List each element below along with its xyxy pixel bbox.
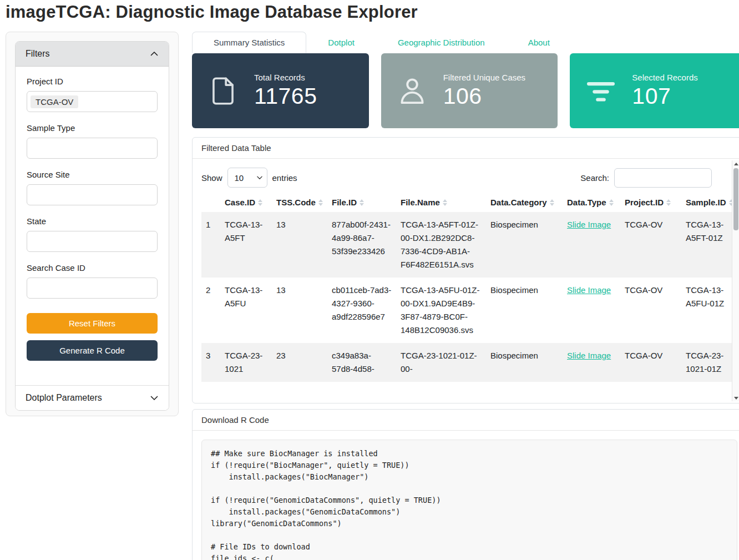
r-code-block: ## Make sure BiocManager is installed if… [201, 440, 737, 560]
file-icon [192, 74, 254, 108]
cell-sample-id: TCGA-13-A5FT-01Z [681, 212, 739, 278]
cell-tss-code: 23 [272, 343, 327, 382]
project-id-label: Project ID [27, 77, 158, 86]
slide-image-link[interactable]: Slide Image [567, 220, 611, 229]
sort-icon [360, 199, 364, 206]
row-index: 1 [201, 212, 220, 278]
slide-image-link[interactable]: Slide Image [567, 351, 611, 360]
person-icon [381, 74, 443, 108]
filtered-unique-cases-card: Filtered Unique Cases 106 [381, 53, 558, 128]
selected-records-card: Selected Records 107 [570, 53, 739, 128]
download-r-code-card: Download R Code ## Make sure BiocManager… [192, 409, 739, 560]
selected-records-value: 107 [632, 83, 697, 109]
cell-data-category: Biospecimen [486, 343, 563, 382]
col-project-id[interactable]: Project.ID [620, 194, 681, 212]
sort-icon [318, 199, 323, 206]
cell-file-name: TCGA-13-A5FT-01Z-00-DX1.2B292DC8-7336-4C… [396, 212, 486, 278]
project-id-token[interactable]: TCGA-OV [31, 95, 78, 108]
table-header-row: Case.ID TSS.Code File.ID File.Name Data.… [201, 194, 739, 212]
chevron-down-icon [150, 393, 159, 402]
generate-r-code-button[interactable]: Generate R Code [27, 340, 158, 361]
table-scrollbar[interactable] [732, 160, 739, 401]
sort-icon [666, 199, 671, 206]
filters-accordion-header[interactable]: Filters [16, 42, 169, 67]
page-title: imageTCGA: Diagnostic Image Database Exp… [6, 2, 418, 22]
scrollbar-thumb[interactable] [733, 168, 738, 230]
filtered-unique-cases-value: 106 [443, 83, 525, 109]
sort-icon [609, 199, 614, 206]
state-input[interactable] [27, 231, 158, 252]
filters-sidebar: Filters Project ID TCGA-OV Sample Type S… [6, 32, 179, 416]
col-data-category[interactable]: Data.Category [486, 194, 563, 212]
cell-sample-id: TCGA-13-A5FU-01Z [681, 278, 739, 343]
cell-case-id: TCGA-13-A5FT [220, 212, 272, 278]
row-index: 3 [201, 343, 220, 382]
tab-dotplot[interactable]: Dotplot [306, 32, 376, 53]
table-search-input[interactable] [614, 168, 712, 188]
cell-project-id: TCGA-OV [620, 212, 681, 278]
search-case-id-label: Search Case ID [27, 263, 158, 273]
search-case-id-input[interactable] [27, 278, 158, 299]
filtered-data-table-card: Filtered Data Table Show 10 entries [192, 137, 739, 403]
scrollbar-up-arrow-icon[interactable] [732, 160, 739, 167]
sort-icon [550, 199, 554, 206]
sidebar-accordion: Filters Project ID TCGA-OV Sample Type S… [15, 41, 169, 411]
col-case-id[interactable]: Case.ID [220, 194, 272, 212]
table-row: 1 TCGA-13-A5FT 13 877ab00f-2431-4a99-86a… [201, 212, 739, 278]
filters-accordion-title: Filters [26, 49, 50, 59]
show-label: Show [201, 173, 222, 183]
cell-tss-code: 13 [272, 212, 327, 278]
tab-about[interactable]: About [507, 32, 571, 53]
filter-icon [570, 74, 632, 108]
table-row: 2 TCGA-13-A5FU 13 cb011ceb-7ad3-4327-936… [201, 278, 739, 343]
filtered-data-table-body: Show 10 entries Search: [193, 159, 739, 391]
download-r-code-header: Download R Code [193, 410, 739, 431]
sort-icon [258, 199, 262, 206]
col-data-type[interactable]: Data.Type [563, 194, 620, 212]
row-index: 2 [201, 278, 220, 343]
col-index[interactable] [201, 194, 220, 212]
col-sample-id[interactable]: Sample.ID [681, 194, 739, 212]
scrollbar-down-arrow-icon[interactable] [732, 395, 739, 401]
source-site-label: Source Site [27, 170, 158, 179]
reset-filters-button[interactable]: Reset Filters [27, 313, 158, 334]
sample-type-label: Sample Type [27, 123, 158, 133]
col-file-name[interactable]: File.Name [396, 194, 486, 212]
slide-image-link[interactable]: Slide Image [567, 285, 611, 295]
tab-bar: Summary Statistics Dotplot Geographic Di… [192, 32, 739, 53]
project-id-input[interactable]: TCGA-OV [27, 91, 158, 112]
col-file-id[interactable]: File.ID [327, 194, 396, 212]
cell-project-id: TCGA-OV [620, 343, 681, 382]
main-content: Summary Statistics Dotplot Geographic Di… [192, 32, 739, 560]
tab-geographic-distribution[interactable]: Geographic Distribution [376, 32, 507, 53]
filtered-data-table-header: Filtered Data Table [193, 138, 739, 159]
cell-file-name: TCGA-23-1021-01Z-00- [396, 343, 486, 382]
stat-cards-row: Total Records 11765 Filtered Unique Case… [192, 53, 739, 128]
total-records-label: Total Records [254, 73, 317, 82]
selected-records-label: Selected Records [632, 73, 697, 82]
filtered-data-table: Case.ID TSS.Code File.ID File.Name Data.… [201, 194, 739, 382]
filtered-unique-cases-label: Filtered Unique Cases [443, 73, 525, 82]
sort-icon [443, 199, 447, 206]
cell-file-id: 877ab00f-2431-4a99-86a7-53f39e233426 [327, 212, 396, 278]
cell-case-id: TCGA-23-1021 [220, 343, 272, 382]
cell-tss-code: 13 [272, 278, 327, 343]
page-length-select[interactable]: 10 [227, 168, 267, 188]
total-records-value: 11765 [254, 83, 317, 109]
tab-summary-statistics[interactable]: Summary Statistics [192, 32, 306, 53]
cell-sample-id: TCGA-23-1021-01Z [681, 343, 739, 382]
search-label: Search: [580, 173, 609, 183]
cell-file-id: c349a83a-57d8-4d58- [327, 343, 396, 382]
cell-project-id: TCGA-OV [620, 278, 681, 343]
table-row: 3 TCGA-23-1021 23 c349a83a-57d8-4d58- TC… [201, 343, 739, 382]
cell-data-category: Biospecimen [486, 278, 563, 343]
col-tss-code[interactable]: TSS.Code [272, 194, 327, 212]
cell-case-id: TCGA-13-A5FU [220, 278, 272, 343]
sample-type-input[interactable] [27, 138, 158, 159]
dotplot-parameters-accordion-header[interactable]: Dotplot Parameters [16, 385, 169, 410]
source-site-input[interactable] [27, 184, 158, 205]
cell-file-id: cb011ceb-7ad3-4327-9360-a9df228596e7 [327, 278, 396, 343]
cell-data-category: Biospecimen [486, 212, 563, 278]
state-label: State [27, 216, 158, 226]
datatable-controls: Show 10 entries Search: [201, 168, 737, 188]
